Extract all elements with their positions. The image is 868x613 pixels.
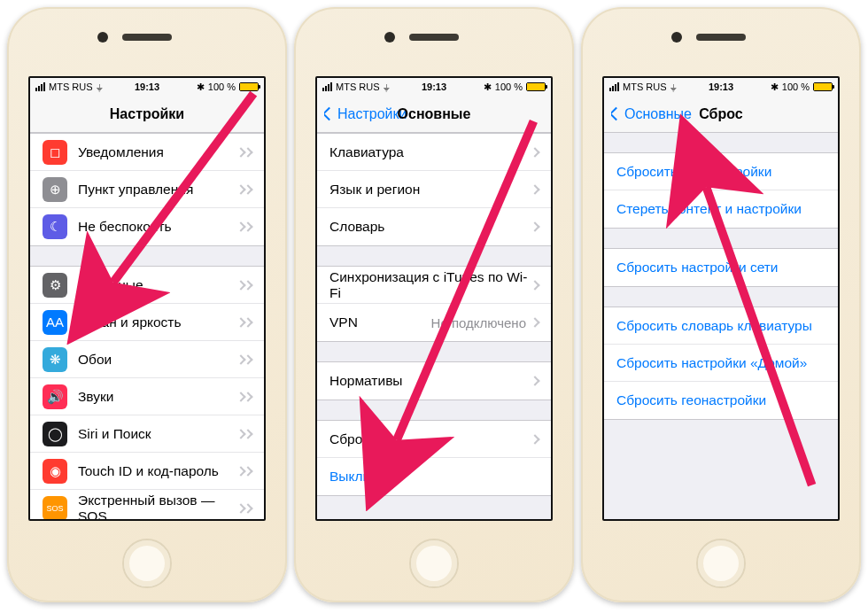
earpiece xyxy=(122,34,172,41)
list-row[interactable]: Сбросить настройки «Домой» xyxy=(604,345,838,382)
chevron-right-icon xyxy=(530,184,539,194)
list-row[interactable]: ◯Siri и Поиск xyxy=(30,415,264,453)
back-button[interactable]: Основные xyxy=(611,106,692,122)
list-row[interactable]: Стереть контент и настройки xyxy=(604,190,838,228)
list-row[interactable]: Сбросить все настройки xyxy=(604,153,838,190)
row-label: Сбросить настройки сети xyxy=(616,260,825,275)
phone-settings: MTS RUS ⏚ 19:13 ✱ 100 % Настройки ◻︎Увед… xyxy=(7,7,287,602)
row-label: Сброс xyxy=(329,431,531,447)
list-row[interactable]: Сбросить геонастройки xyxy=(604,382,838,419)
row-label: Звуки xyxy=(78,389,237,405)
row-label: Клавиатура xyxy=(329,144,531,160)
row-label: Сбросить все настройки xyxy=(616,164,825,180)
battery-icon xyxy=(526,82,546,91)
status-bar: MTS RUS ⏚ 19:13 ✱ 100 % xyxy=(30,78,264,96)
row-label: Синхронизация с iTunes по Wi-Fi xyxy=(329,269,531,301)
carrier-name: MTS RUS xyxy=(49,81,93,92)
status-time: 19:13 xyxy=(422,81,446,92)
row-label: Стереть контент и настройки xyxy=(616,201,825,217)
sounds-icon: 🔊 xyxy=(43,384,67,409)
front-camera xyxy=(384,32,395,43)
general-body[interactable]: КлавиатураЯзык и регионСловарь Синхрониз… xyxy=(317,133,551,519)
row-label: Сбросить геонастройки xyxy=(616,392,825,408)
earpiece xyxy=(409,34,459,41)
earpiece xyxy=(696,34,746,41)
row-label: Не беспокоить xyxy=(78,219,237,235)
list-row[interactable]: Нормативы xyxy=(317,362,551,400)
status-bar: MTS RUS ⏚ 19:13 ✱ 100 % xyxy=(604,78,838,96)
row-label: Язык и регион xyxy=(329,182,531,198)
back-button[interactable]: Настройки xyxy=(324,106,407,122)
wifi-icon: ⏚ xyxy=(670,81,677,92)
list-row[interactable]: ⚙︎Основные xyxy=(30,267,264,304)
row-label: Touch ID и код-пароль xyxy=(78,463,237,479)
home-button[interactable] xyxy=(122,539,172,588)
battery-pct: 100 % xyxy=(495,81,523,92)
signal-icon xyxy=(35,82,45,91)
screen: MTS RUS ⏚ 19:13 ✱ 100 % Настройки Основн… xyxy=(315,76,553,521)
row-label: Экстренный вызов — SOS xyxy=(78,493,237,519)
home-button[interactable] xyxy=(409,539,459,588)
phone-reset: MTS RUS ⏚ 19:13 ✱ 100 % Основные Сброс С… xyxy=(581,7,861,602)
chevron-right-icon xyxy=(243,317,252,327)
touchid-icon: ◉ xyxy=(43,459,67,484)
chevron-left-icon xyxy=(324,107,336,121)
status-time: 19:13 xyxy=(135,81,159,92)
list-row[interactable]: VPNНе подключено xyxy=(317,304,551,341)
home-button[interactable] xyxy=(696,539,746,588)
siri-icon: ◯ xyxy=(43,422,67,446)
display-icon: AA xyxy=(43,310,67,335)
bluetooth-icon: ✱ xyxy=(771,81,779,93)
row-label: Уведомления xyxy=(78,144,237,160)
row-label: Экран и яркость xyxy=(78,314,237,330)
list-row[interactable]: ◉Touch ID и код-пароль xyxy=(30,453,264,490)
chevron-right-icon xyxy=(243,466,252,476)
list-row[interactable]: Выключить xyxy=(317,458,551,495)
chevron-right-icon xyxy=(243,221,252,231)
list-row[interactable]: ⊕Пункт управления xyxy=(30,171,264,208)
list-row[interactable]: ◻︎Уведомления xyxy=(30,134,264,171)
chevron-right-icon xyxy=(243,280,252,290)
notifications-icon: ◻︎ xyxy=(43,140,67,165)
page-title: Основные xyxy=(398,106,471,122)
list-row[interactable]: Сбросить настройки сети xyxy=(604,249,838,286)
battery-icon xyxy=(239,82,259,91)
control-center-icon: ⊕ xyxy=(43,177,67,202)
list-row[interactable]: SOSЭкстренный вызов — SOS xyxy=(30,490,264,519)
signal-icon xyxy=(609,82,619,91)
chevron-right-icon xyxy=(243,503,252,513)
back-label: Основные xyxy=(624,106,692,122)
settings-body[interactable]: ◻︎Уведомления⊕Пункт управления☾Не беспок… xyxy=(30,133,264,519)
bluetooth-icon: ✱ xyxy=(484,81,492,93)
row-label: Основные xyxy=(78,277,237,293)
chevron-right-icon xyxy=(530,221,539,231)
navbar: Настройки Основные xyxy=(317,96,551,133)
sos-icon: SOS xyxy=(43,496,67,519)
list-row[interactable]: Синхронизация с iTunes по Wi-Fi xyxy=(317,267,551,304)
list-row[interactable]: Клавиатура xyxy=(317,134,551,171)
chevron-right-icon xyxy=(243,354,252,364)
chevron-right-icon xyxy=(243,147,252,157)
list-row[interactable]: Сбросить словарь клавиатуры xyxy=(604,307,838,345)
navbar: Основные Сброс xyxy=(604,96,838,133)
list-row[interactable]: Словарь xyxy=(317,208,551,245)
list-row[interactable]: ❋Обои xyxy=(30,341,264,378)
page-title: Сброс xyxy=(699,106,742,122)
list-row[interactable]: ☾Не беспокоить xyxy=(30,208,264,245)
row-value: Не подключено xyxy=(431,315,526,330)
navbar: Настройки xyxy=(30,96,264,133)
row-label: Словарь xyxy=(329,219,531,235)
row-label: Siri и Поиск xyxy=(78,426,237,442)
list-row[interactable]: AAЭкран и яркость xyxy=(30,304,264,341)
front-camera xyxy=(97,32,108,43)
row-label: Пункт управления xyxy=(78,182,237,198)
chevron-right-icon xyxy=(243,392,252,401)
do-not-disturb-icon: ☾ xyxy=(43,214,67,239)
wifi-icon: ⏚ xyxy=(97,81,103,92)
list-row[interactable]: Язык и регион xyxy=(317,171,551,208)
reset-body[interactable]: Сбросить все настройкиСтереть контент и … xyxy=(604,133,838,519)
wifi-icon: ⏚ xyxy=(384,81,390,92)
list-row[interactable]: 🔊Звуки xyxy=(30,378,264,415)
list-row[interactable]: Сброс xyxy=(317,421,551,458)
row-label: Выключить xyxy=(329,469,539,485)
